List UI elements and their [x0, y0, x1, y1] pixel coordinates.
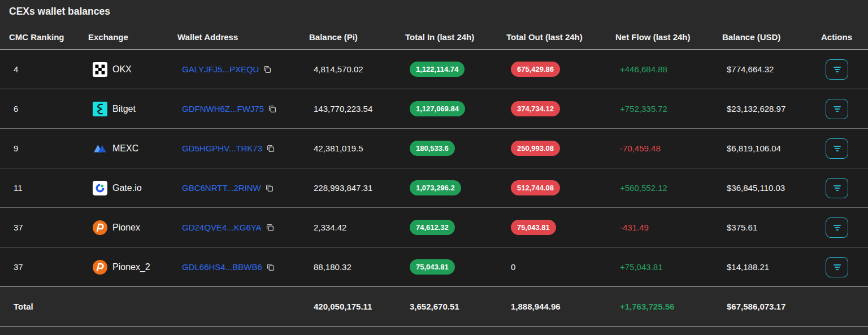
- total-in-badge: 1,122,114.74: [410, 62, 465, 77]
- cmc-ranking-cell: 37: [9, 262, 88, 272]
- column-header-wallet-address: Wallet Address: [177, 32, 309, 42]
- filter-icon: [834, 184, 841, 192]
- actions-cell: [821, 59, 868, 80]
- column-header-balance-pi: Balance (Pi): [309, 32, 405, 42]
- total-out-value: 0: [511, 262, 515, 272]
- wallet-address-cell: GDFNWH6Z...FWJ75: [177, 104, 309, 114]
- actions-cell: [821, 257, 868, 277]
- total-out-cell: 675,429.86: [506, 62, 615, 77]
- table-body: 4 OKX GALYJFJ5...PXEQU 4,814,570.02 1,12…: [0, 50, 868, 287]
- total-in-cell: 75,043.81: [405, 259, 506, 275]
- filter-action-button[interactable]: [826, 217, 848, 238]
- total-balance-usd: $67,586,073.17: [722, 302, 821, 311]
- copy-icon[interactable]: [266, 144, 275, 153]
- wallet-address-cell: GDL66HS4...BBWB6: [177, 262, 309, 272]
- balance-pi-cell: 42,381,019.5: [309, 143, 405, 153]
- copy-icon[interactable]: [268, 105, 277, 114]
- total-in-badge: 74,612.32: [410, 220, 455, 235]
- balance-pi-cell: 143,770,223.54: [309, 104, 405, 114]
- bitget-logo-icon: [93, 102, 107, 116]
- filter-action-button[interactable]: [826, 138, 848, 159]
- filter-icon: [834, 105, 841, 113]
- actions-cell: [821, 178, 868, 198]
- cex-wallet-balances-page: CEXs wallet balances CMC Ranking Exchang…: [0, 0, 868, 335]
- balance-usd-cell: $6,819,106.04: [722, 143, 821, 153]
- mexc-logo-icon: [93, 141, 107, 156]
- pionex-logo-icon: [93, 220, 107, 235]
- copy-icon[interactable]: [265, 184, 274, 193]
- exchange-cell: Bitget: [88, 102, 177, 116]
- table-header-row: CMC Ranking Exchange Wallet Address Bala…: [0, 18, 868, 50]
- exchange-name: MEXC: [112, 143, 138, 154]
- wallet-address-link[interactable]: GDL66HS4...BBWB6: [182, 262, 262, 272]
- cmc-ranking-cell: 9: [9, 143, 88, 153]
- column-header-total-out: Total Out (last 24h): [506, 32, 615, 42]
- exchange-cell: Pionex: [88, 220, 177, 235]
- total-in-badge: 1,073,296.2: [410, 180, 461, 195]
- balance-pi-cell: 228,993,847.31: [309, 183, 405, 193]
- filter-action-button[interactable]: [826, 257, 848, 277]
- page-title: CEXs wallet balances: [0, 0, 868, 18]
- balance-usd-cell: $375.61: [722, 223, 821, 232]
- table-row: 4 OKX GALYJFJ5...PXEQU 4,814,570.02 1,12…: [0, 50, 868, 89]
- column-header-net-flow: Net Flow (last 24h): [615, 32, 722, 42]
- total-net-flow: +1,763,725.56: [615, 302, 722, 311]
- filter-action-button[interactable]: [826, 99, 848, 119]
- balance-usd-cell: $36,845,110.03: [722, 183, 821, 193]
- filter-icon: [834, 66, 841, 73]
- exchange-cell: Gate.io: [88, 181, 177, 195]
- column-header-exchange: Exchange: [88, 32, 177, 42]
- balance-pi-cell: 88,180.32: [309, 262, 405, 272]
- pionex-logo-icon: [93, 260, 107, 275]
- total-out-badge: 675,429.86: [511, 62, 560, 77]
- exchange-cell: MEXC: [88, 141, 177, 156]
- cmc-ranking-cell: 11: [9, 183, 88, 193]
- total-label: Total: [9, 302, 88, 311]
- actions-cell: [821, 99, 868, 119]
- copy-icon[interactable]: [263, 65, 272, 74]
- total-out-cell: 374,734.12: [506, 101, 615, 116]
- column-header-total-in: Total In (last 24h): [405, 32, 506, 42]
- copy-icon[interactable]: [266, 223, 275, 232]
- exchange-name: Bitget: [112, 104, 136, 114]
- wallet-address-link[interactable]: GD5HGPHV...TRK73: [182, 143, 262, 153]
- wallet-address-cell: GD24QVE4...KG6YA: [177, 223, 309, 232]
- okx-logo-icon: [93, 62, 107, 77]
- filter-action-button[interactable]: [826, 178, 848, 198]
- wallet-address-link[interactable]: GD24QVE4...KG6YA: [182, 223, 262, 232]
- net-flow-cell: +75,043.81: [615, 262, 722, 272]
- balance-pi-cell: 4,814,570.02: [309, 64, 405, 74]
- total-out-cell: 512,744.08: [506, 180, 615, 195]
- copy-icon[interactable]: [266, 263, 275, 272]
- wallet-address-link[interactable]: GDFNWH6Z...FWJ75: [182, 104, 264, 114]
- column-header-actions: Actions: [821, 32, 868, 42]
- cmc-ranking-cell: 6: [9, 104, 88, 114]
- total-row: Total 420,050,175.11 3,652,670.51 1,888,…: [0, 287, 868, 327]
- column-header-balance-usd: Balance (USD): [722, 32, 821, 42]
- filter-icon: [834, 263, 841, 271]
- total-out-cell: 250,993.08: [506, 141, 615, 156]
- filter-icon: [834, 224, 841, 232]
- table-row: 9 MEXC GD5HGPHV...TRK73 42,381,019.5 180…: [0, 129, 868, 168]
- column-header-cmc-ranking: CMC Ranking: [9, 32, 88, 42]
- net-flow-cell: +560,552.12: [615, 183, 722, 193]
- table-row: 6 Bitget GDFNWH6Z...FWJ75 143,770,223.54…: [0, 89, 868, 129]
- exchange-name: OKX: [112, 64, 132, 75]
- table-row: 11 Gate.io GBC6NRTT...2RINW 228,993,847.…: [0, 168, 868, 208]
- total-in-badge: 180,533.6: [410, 141, 455, 156]
- total-in-cell: 180,533.6: [405, 141, 506, 156]
- wallet-address-link[interactable]: GALYJFJ5...PXEQU: [182, 64, 259, 74]
- total-out-badge: 512,744.08: [511, 180, 560, 195]
- balance-usd-cell: $23,132,628.97: [722, 104, 821, 114]
- cmc-ranking-cell: 37: [9, 223, 88, 232]
- filter-action-button[interactable]: [826, 59, 848, 80]
- total-in-cell: 1,122,114.74: [405, 62, 506, 77]
- wallet-address-link[interactable]: GBC6NRTT...2RINW: [182, 183, 261, 193]
- balance-usd-cell: $774,664.32: [722, 64, 821, 74]
- exchange-cell: Pionex_2: [88, 260, 177, 275]
- total-in-cell: 1,073,296.2: [405, 180, 506, 195]
- actions-cell: [821, 138, 868, 159]
- cmc-ranking-cell: 4: [9, 64, 88, 74]
- net-flow-cell: -70,459.48: [615, 143, 722, 153]
- balance-pi-cell: 2,334.42: [309, 223, 405, 232]
